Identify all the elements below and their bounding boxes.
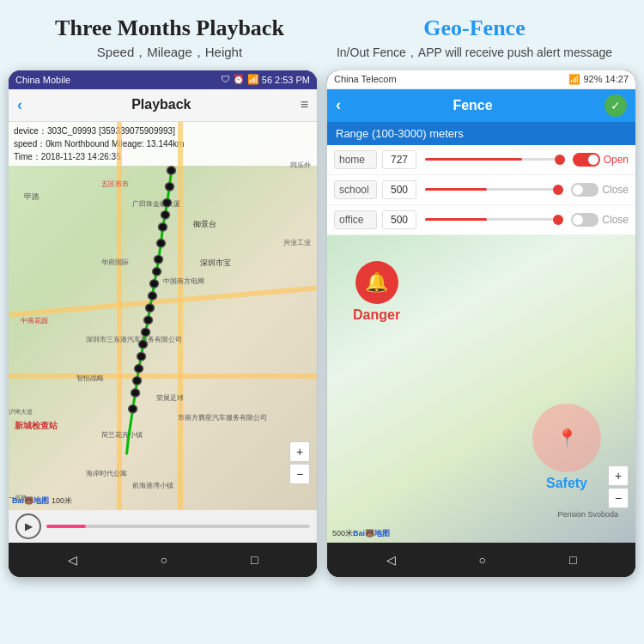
- svg-point-13: [139, 340, 148, 348]
- fence-slider-school[interactable]: [425, 188, 562, 191]
- fence-slider-thumb-home: [555, 155, 565, 165]
- svg-point-12: [142, 328, 150, 336]
- geofence-phone: China Telecom 📶 92% 14:27 ‹ Fence ✓ Rang…: [327, 70, 635, 577]
- svg-point-18: [129, 404, 137, 412]
- fence-bottom-bar: ◁ ○ □: [327, 543, 635, 577]
- playback-status-bar: China Mobile 🛡 ⏰ 📶 56 2:53 PM: [9, 70, 317, 89]
- toggle-school[interactable]: [571, 183, 598, 197]
- playback-nav-title: Playback: [131, 97, 191, 112]
- fence-nav-home[interactable]: ○: [479, 553, 486, 567]
- playback-zoom-in[interactable]: +: [289, 441, 310, 462]
- toggle-label-home: Open: [604, 154, 629, 166]
- playback-map: device：303C_09993 [359339075909993] spee…: [9, 122, 317, 510]
- playback-phone: China Mobile 🛡 ⏰ 📶 56 2:53 PM ‹ Playback…: [9, 70, 317, 577]
- geo-fence-map: 🔔 Danger 📍 Safety Pension Svoboda + − 50…: [327, 235, 635, 543]
- playback-menu-icon[interactable]: ≡: [301, 97, 308, 112]
- fence-slider-home[interactable]: [425, 158, 564, 161]
- fence-value-school[interactable]: [382, 180, 416, 199]
- playback-nav-recent[interactable]: □: [251, 553, 258, 567]
- playback-bottom-bar: ◁ ○ □: [9, 543, 317, 577]
- svg-point-3: [161, 210, 170, 218]
- fence-nav-recent[interactable]: □: [569, 553, 576, 567]
- svg-point-0: [167, 166, 175, 173]
- baidu-logo: Bai🐻地图: [12, 495, 49, 507]
- playback-back-button[interactable]: ‹: [17, 96, 22, 114]
- fence-signal-icon: 📶: [568, 74, 580, 85]
- svg-point-16: [133, 376, 142, 384]
- danger-zone: 🔔 Danger: [353, 261, 400, 323]
- svg-point-9: [149, 291, 157, 299]
- playback-signal-icon: 🛡 ⏰ 📶: [221, 74, 259, 85]
- track-svg: [9, 122, 317, 510]
- playback-battery: 56: [262, 75, 272, 85]
- fence-slider-thumb-school: [553, 185, 563, 195]
- fence-item-home: Open: [327, 145, 635, 175]
- safety-label: Safety: [546, 476, 587, 491]
- svg-point-1: [165, 182, 173, 190]
- geofence-title: Geo-Fence: [322, 15, 627, 41]
- svg-point-7: [153, 267, 161, 275]
- playback-header: Three Months Playback Speed，Mileage，Heig…: [17, 15, 322, 62]
- svg-point-14: [137, 352, 146, 360]
- fence-status-bar: China Telecom 📶 92% 14:27: [327, 70, 635, 89]
- fence-battery-pct: 92%: [583, 74, 602, 84]
- playback-title: Three Months Playback: [17, 15, 322, 41]
- geo-scale: 500米: [332, 528, 353, 539]
- danger-label: Danger: [353, 307, 400, 323]
- svg-point-10: [146, 303, 155, 311]
- fence-slider-office[interactable]: [425, 218, 562, 221]
- fence-nav-back[interactable]: ◁: [386, 553, 396, 567]
- fence-name-school[interactable]: [334, 180, 377, 199]
- svg-point-8: [150, 279, 159, 287]
- progress-fill: [46, 525, 86, 528]
- pension-label: Pension Svoboda: [557, 510, 618, 519]
- playback-zoom-out[interactable]: −: [289, 464, 310, 484]
- fence-value-home[interactable]: [382, 150, 416, 169]
- fence-confirm-button[interactable]: ✓: [605, 94, 627, 117]
- safety-pin-icon: 📍: [556, 428, 578, 448]
- playback-nav-bar: ‹ Playback ≡: [9, 89, 317, 122]
- safety-zone: 📍 Safety: [532, 404, 601, 491]
- fence-range-label: Range (100-3000) meters: [327, 122, 635, 145]
- svg-point-4: [159, 222, 167, 230]
- geo-zoom-in[interactable]: +: [608, 465, 629, 486]
- fence-slider-thumb-office: [553, 215, 563, 225]
- fence-slider-fill-home: [425, 158, 522, 161]
- bell-icon: 🔔: [355, 261, 398, 304]
- playback-zoom-controls: + −: [289, 441, 310, 484]
- toggle-home[interactable]: [573, 153, 600, 167]
- playback-map-area: device：303C_09993 [359339075909993] spee…: [9, 122, 317, 510]
- fence-back-button[interactable]: ‹: [336, 96, 341, 114]
- playback-nav-home[interactable]: ○: [161, 553, 167, 567]
- fence-nav-title: Fence: [453, 98, 492, 113]
- playback-nav-back[interactable]: ◁: [68, 553, 77, 567]
- geo-baidu-logo: Bai🐻地图: [353, 528, 390, 539]
- svg-point-2: [163, 198, 172, 206]
- fence-name-home[interactable]: [334, 150, 377, 169]
- fence-carrier: China Telecom: [334, 74, 397, 84]
- playback-time: 2:53 PM: [275, 75, 310, 85]
- progress-bar[interactable]: [46, 525, 310, 528]
- map-scale: 100米: [52, 495, 72, 507]
- svg-point-6: [155, 255, 163, 263]
- geo-zoom-out[interactable]: −: [608, 488, 629, 508]
- toggle-label-school: Close: [602, 184, 629, 196]
- fence-time: 14:27: [605, 74, 629, 84]
- svg-point-17: [131, 388, 140, 396]
- fence-toggle-group-school: Close: [571, 183, 629, 197]
- fence-toggle-group-office: Close: [571, 213, 629, 227]
- fence-value-office[interactable]: [382, 210, 416, 229]
- geofence-header: Geo-Fence In/Out Fence，APP will receive …: [322, 15, 627, 62]
- toggle-office[interactable]: [571, 213, 598, 227]
- fence-nav-bar: ‹ Fence ✓: [327, 89, 635, 122]
- fence-item-office: Close: [327, 205, 635, 235]
- playback-carrier: China Mobile: [15, 75, 70, 85]
- fence-items-list: Open Close Close: [327, 145, 635, 235]
- fence-name-office[interactable]: [334, 210, 377, 229]
- geo-zoom-controls: + −: [608, 465, 629, 508]
- geofence-subtitle: In/Out Fence，APP will receive push alert…: [322, 45, 627, 62]
- fence-toggle-group-home: Open: [573, 153, 629, 167]
- svg-point-11: [144, 316, 153, 324]
- fence-slider-fill-office: [425, 218, 487, 221]
- play-button[interactable]: ▶: [15, 513, 41, 539]
